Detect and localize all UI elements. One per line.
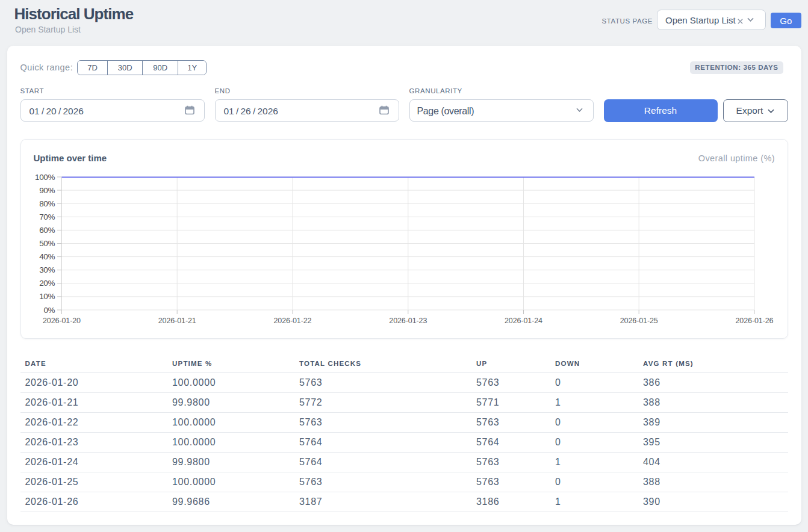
svg-text:2026-01-25: 2026-01-25 [620,317,657,325]
svg-text:2026-01-24: 2026-01-24 [505,317,542,325]
svg-text:20%: 20% [39,279,55,288]
svg-text:0%: 0% [43,305,55,314]
svg-text:2026-01-20: 2026-01-20 [43,317,81,325]
svg-text:2026-01-21: 2026-01-21 [158,317,196,325]
svg-text:70%: 70% [39,212,55,221]
svg-text:100%: 100% [35,172,55,181]
svg-text:50%: 50% [39,239,55,248]
svg-text:2026-01-22: 2026-01-22 [273,317,311,325]
svg-text:80%: 80% [39,199,55,208]
svg-text:30%: 30% [39,265,55,274]
svg-text:2026-01-23: 2026-01-23 [389,317,427,325]
svg-text:10%: 10% [39,292,55,301]
svg-text:40%: 40% [39,252,55,261]
svg-text:2026-01-26: 2026-01-26 [735,317,773,325]
svg-text:60%: 60% [39,226,55,235]
svg-text:90%: 90% [39,185,55,194]
